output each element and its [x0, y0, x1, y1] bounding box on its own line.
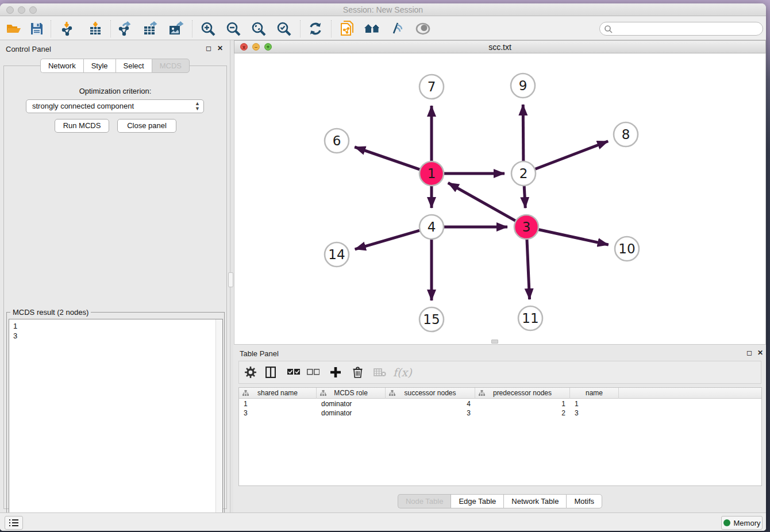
tab-mcds[interactable]: MCDS: [152, 59, 190, 73]
delete-button[interactable]: [353, 364, 363, 381]
edge-3-1[interactable]: [448, 183, 517, 221]
refresh-icon: [308, 21, 323, 36]
add-icon: [330, 367, 341, 378]
window-titlebar: Session: New Session: [0, 3, 766, 16]
tab-network[interactable]: Network: [40, 59, 83, 73]
edge-4-14[interactable]: [355, 230, 421, 249]
show-columns-button[interactable]: [265, 364, 276, 381]
birds-eye-button[interactable]: [413, 20, 433, 38]
table-row[interactable]: 3dominator323: [239, 408, 761, 418]
table-cell[interactable]: dominator: [317, 399, 386, 408]
import-table-button[interactable]: [85, 20, 106, 38]
table-settings-button[interactable]: [245, 364, 256, 381]
zoom-fit-button[interactable]: [248, 20, 269, 38]
memory-status-icon: [723, 519, 730, 526]
refresh-button[interactable]: [305, 20, 326, 38]
zoom-out-button[interactable]: [223, 20, 244, 38]
table-panel-close-icon[interactable]: ✕: [757, 349, 766, 357]
column-header-name[interactable]: name: [570, 388, 619, 399]
tab-select[interactable]: Select: [116, 59, 152, 73]
run-mcds-button[interactable]: Run MCDS: [55, 119, 109, 133]
tab-edge-table[interactable]: Edge Table: [451, 494, 503, 508]
delete-column-icon: [374, 368, 386, 377]
save-session-button[interactable]: [26, 20, 47, 38]
memory-label: Memory: [734, 519, 761, 527]
table-cell[interactable]: 1: [239, 399, 317, 408]
table-cell[interactable]: 1: [475, 399, 570, 408]
table-cell[interactable]: dominator: [317, 408, 386, 418]
mcds-result-list[interactable]: 13: [9, 319, 223, 530]
network-canvas-svg: 1234678910111415: [234, 53, 765, 344]
table-cell[interactable]: 2: [475, 408, 570, 418]
edge-2-9[interactable]: [523, 105, 523, 163]
export-table-button[interactable]: [140, 20, 161, 38]
column-header-successor-nodes[interactable]: successor nodes: [386, 388, 475, 399]
add-row-button[interactable]: [330, 364, 341, 381]
column-header-predecessor-nodes[interactable]: predecessor nodes: [475, 388, 570, 399]
column-header-shared-name[interactable]: shared name: [239, 388, 317, 399]
list-icon: [9, 519, 18, 527]
search-input[interactable]: [599, 22, 763, 36]
select-all-icon: [287, 369, 300, 376]
table-tabs: Node TableEdge TableNetwork TableMotifs: [398, 494, 602, 508]
control-panel-float-icon[interactable]: ◻: [206, 44, 215, 52]
status-bar: Memory: [0, 512, 766, 531]
table-cell[interactable]: 4: [386, 399, 475, 408]
node-label-15: 15: [423, 312, 440, 327]
splitter-grip[interactable]: [228, 272, 233, 287]
open-session-button[interactable]: [3, 20, 24, 38]
deselect-all-button[interactable]: [307, 364, 319, 381]
edge-2-8[interactable]: [534, 141, 608, 169]
tab-style[interactable]: Style: [83, 59, 116, 73]
table-cell[interactable]: 3: [570, 408, 619, 418]
canvas-bottom-grip[interactable]: [491, 340, 498, 344]
table-cell[interactable]: 3: [386, 408, 475, 418]
task-history-button[interactable]: [5, 516, 23, 530]
column-header-MCDS-role[interactable]: MCDS role: [317, 388, 386, 399]
column-type-icon: [479, 390, 485, 396]
close-panel-button[interactable]: Close panel: [117, 119, 176, 133]
delete-column-button[interactable]: [374, 364, 386, 381]
table-cell[interactable]: 1: [570, 399, 619, 408]
edge-3-10[interactable]: [537, 229, 609, 245]
edge-2-3[interactable]: [524, 184, 525, 208]
mcds-result-groupbox: MCDS result (2 nodes) 13: [6, 312, 225, 531]
function-builder-button[interactable]: f(x): [393, 364, 412, 381]
tab-node-table[interactable]: Node Table: [398, 494, 451, 508]
node-table[interactable]: shared nameMCDS rolesuccessor nodesprede…: [238, 387, 762, 486]
home-button[interactable]: [362, 20, 383, 38]
node-label-2: 2: [519, 166, 528, 181]
select-stepper-icon: ▲▼: [195, 101, 200, 111]
table-row[interactable]: 1dominator411: [239, 399, 761, 408]
select-all-button[interactable]: [287, 364, 300, 381]
panel-splitter[interactable]: [230, 40, 233, 512]
export-image-button[interactable]: [165, 20, 186, 38]
edge-1-6[interactable]: [355, 147, 421, 170]
mcds-result-scrollbar[interactable]: [215, 319, 222, 530]
control-panel-tabs: NetworkStyleSelectMCDS: [40, 59, 190, 73]
network-file-button[interactable]: [337, 20, 357, 38]
edge-3-11[interactable]: [527, 238, 530, 299]
table-cell[interactable]: 3: [239, 408, 317, 418]
control-panel-close-icon[interactable]: ✕: [217, 44, 226, 52]
mcds-result-item[interactable]: 3: [13, 331, 222, 341]
import-table-icon: [88, 21, 103, 36]
tab-network-table[interactable]: Network Table: [503, 494, 566, 508]
curves-icon: [390, 22, 405, 36]
node-label-11: 11: [522, 311, 538, 326]
mcds-result-items: 13: [13, 321, 222, 341]
import-network-button[interactable]: [57, 20, 78, 38]
table-toolbar: f(x): [238, 361, 761, 384]
table-panel-float-icon[interactable]: ◻: [746, 349, 756, 357]
graphics-detail-button[interactable]: [387, 20, 408, 38]
zoom-in-button[interactable]: [198, 20, 218, 38]
network-window-titlebar[interactable]: x – + scc.txt: [234, 40, 766, 53]
memory-button[interactable]: Memory: [721, 516, 763, 530]
zoom-selected-button[interactable]: [274, 20, 294, 38]
tab-motifs[interactable]: Motifs: [566, 494, 602, 508]
optimization-criterion-select[interactable]: strongly connected component ▲▼: [26, 99, 204, 113]
node-label-8: 8: [622, 127, 630, 142]
network-canvas[interactable]: 1234678910111415: [234, 53, 766, 345]
mcds-result-item[interactable]: 1: [13, 321, 222, 331]
export-network-button[interactable]: [115, 20, 136, 38]
